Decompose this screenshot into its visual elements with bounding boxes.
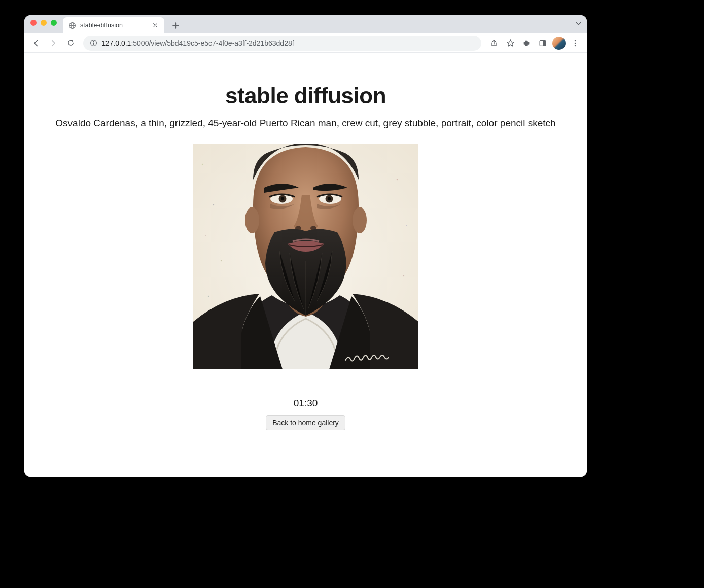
browser-tab-active[interactable]: stable-diffusion	[63, 17, 164, 33]
svg-point-10	[575, 45, 576, 46]
svg-point-9	[575, 42, 576, 43]
bookmark-star-icon[interactable]	[503, 36, 518, 51]
svg-point-16	[220, 260, 221, 261]
window-controls	[30, 15, 57, 33]
back-to-gallery-button[interactable]: Back to home gallery	[266, 415, 345, 430]
fullscreen-window-button[interactable]	[51, 20, 57, 26]
close-window-button[interactable]	[30, 20, 37, 26]
globe-icon	[68, 21, 76, 29]
kebab-menu-icon[interactable]	[568, 36, 583, 51]
svg-point-12	[201, 164, 202, 165]
svg-point-29	[327, 197, 330, 200]
toolbar-actions	[486, 36, 583, 51]
profile-avatar[interactable]	[552, 37, 566, 50]
svg-point-15	[406, 225, 407, 226]
svg-point-23	[353, 207, 367, 233]
browser-window: stable-diffusion 1	[24, 15, 587, 477]
url-text: 127.0.0.1:5000/view/5bd419c5-e5c7-4f0e-a…	[101, 39, 294, 47]
address-bar[interactable]: 127.0.0.1:5000/view/5bd419c5-e5c7-4f0e-a…	[83, 36, 481, 51]
site-info-icon[interactable]	[89, 39, 97, 47]
tab-title: stable-diffusion	[80, 22, 147, 29]
back-button[interactable]	[28, 36, 44, 51]
page-title: stable diffusion	[24, 83, 587, 109]
reload-button[interactable]	[63, 36, 78, 51]
svg-point-21	[205, 235, 206, 236]
new-tab-button[interactable]	[168, 18, 183, 32]
generated-image	[193, 144, 418, 369]
page-content: stable diffusion Osvaldo Cardenas, a thi…	[24, 53, 587, 477]
url-path: :5000/view/5bd419c5-e5c7-4f0e-a3ff-2d21b…	[131, 39, 294, 47]
svg-point-27	[280, 197, 284, 200]
svg-rect-5	[93, 43, 94, 45]
svg-point-4	[93, 41, 94, 42]
tabs-dropdown-icon[interactable]	[575, 20, 582, 28]
svg-point-8	[575, 40, 576, 41]
titlebar: stable-diffusion	[24, 15, 587, 33]
elapsed-time: 01:30	[24, 398, 587, 409]
extensions-icon[interactable]	[519, 36, 534, 51]
browser-toolbar: 127.0.0.1:5000/view/5bd419c5-e5c7-4f0e-a…	[24, 33, 587, 53]
forward-button[interactable]	[46, 36, 61, 51]
sidepanel-icon[interactable]	[535, 36, 550, 51]
tab-close-icon[interactable]	[151, 21, 159, 29]
tab-strip: stable-diffusion	[63, 15, 183, 33]
url-host: 127.0.0.1	[101, 39, 131, 47]
prompt-text: Osvaldo Cardenas, a thin, grizzled, 45-y…	[24, 118, 587, 129]
svg-rect-7	[543, 40, 546, 46]
share-icon[interactable]	[486, 36, 502, 51]
svg-point-17	[207, 296, 208, 297]
svg-point-18	[403, 275, 404, 276]
minimize-window-button[interactable]	[41, 20, 47, 26]
svg-point-13	[213, 204, 214, 205]
svg-point-14	[396, 179, 398, 181]
svg-point-22	[245, 207, 259, 233]
